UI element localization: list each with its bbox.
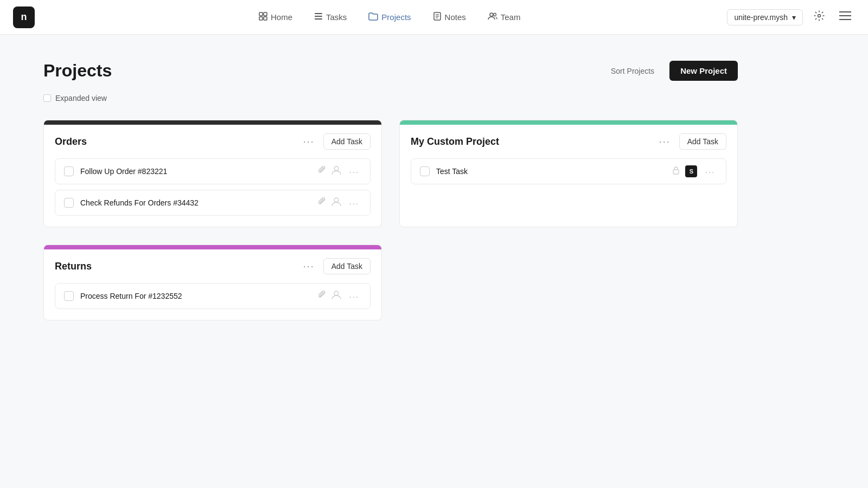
task-name-2: Check Refunds For Orders #34432 [80, 198, 312, 207]
task-list-orders: Follow Up Order #823221 [44, 156, 381, 227]
nav-item-tasks[interactable]: Tasks [305, 8, 355, 27]
task-menu-1[interactable]: ··· [347, 166, 361, 177]
task-actions-2: ··· [318, 197, 361, 209]
nav-item-home[interactable]: Home [250, 8, 301, 27]
nav-item-notes[interactable]: Notes [424, 8, 475, 27]
nav-item-tasks-label: Tasks [326, 12, 347, 22]
task-name-3: Test Task [436, 167, 666, 176]
svg-rect-6 [315, 18, 322, 20]
gear-icon [814, 10, 825, 24]
task-name-4: Process Return For #1232552 [80, 292, 312, 300]
table-row: Follow Up Order #823221 [55, 158, 371, 184]
expanded-view-label: Expanded view [55, 94, 107, 102]
task-menu-3[interactable]: ··· [703, 166, 717, 177]
page-header-actions: Sort Projects New Project [604, 61, 738, 81]
user-icon[interactable] [331, 197, 341, 209]
team-icon [488, 12, 497, 23]
lock-icon[interactable] [672, 166, 680, 177]
task-checkbox-2[interactable] [64, 198, 74, 208]
nav-item-projects[interactable]: Projects [360, 8, 419, 27]
home-icon [259, 12, 267, 23]
svg-rect-19 [673, 170, 679, 174]
svg-point-17 [334, 166, 339, 171]
project-name-custom: My Custom Project [411, 136, 499, 147]
project-color-bar-returns [44, 245, 381, 249]
project-actions-custom: ··· Add Task [657, 133, 726, 150]
project-actions-orders: ··· Add Task [301, 133, 371, 150]
expanded-view-checkbox[interactable] [43, 94, 51, 102]
project-actions-returns: ··· Add Task [301, 258, 371, 274]
table-row: Check Refunds For Orders #34432 [55, 190, 371, 216]
project-menu-orders[interactable]: ··· [301, 135, 317, 149]
add-task-custom-button[interactable]: Add Task [679, 133, 726, 150]
project-card-header-orders: Orders ··· Add Task [44, 125, 381, 156]
task-menu-4[interactable]: ··· [347, 291, 361, 302]
task-checkbox-1[interactable] [64, 166, 74, 176]
project-card-orders: Orders ··· Add Task Follow Up Order #823… [43, 120, 382, 227]
page-title: Projects [43, 61, 112, 81]
nav-item-home-label: Home [271, 12, 292, 22]
project-name-returns: Returns [55, 261, 92, 272]
project-card-custom: My Custom Project ··· Add Task Test Task [399, 120, 738, 227]
svg-point-12 [493, 13, 496, 16]
project-name-orders: Orders [55, 136, 87, 147]
attachment-icon[interactable] [318, 166, 326, 177]
project-color-bar-orders [44, 120, 381, 125]
settings-button[interactable] [809, 8, 829, 27]
svg-rect-2 [259, 17, 263, 20]
chevron-down-icon: ▾ [792, 13, 796, 22]
task-checkbox-4[interactable] [64, 291, 74, 301]
project-card-returns: Returns ··· Add Task Process Return For … [43, 245, 382, 320]
svg-rect-0 [259, 12, 263, 16]
table-row: Process Return For #1232552 [55, 283, 371, 309]
tasks-icon [314, 12, 323, 23]
task-actions-4: ··· [318, 290, 361, 302]
main-content: Projects Sort Projects New Project Expan… [0, 35, 781, 346]
attachment-icon[interactable] [318, 197, 326, 208]
project-color-bar-custom [400, 120, 737, 125]
nav-menu: Home Tasks Projects [52, 8, 727, 27]
projects-icon [368, 12, 378, 23]
notes-icon [433, 12, 442, 23]
new-project-button[interactable]: New Project [669, 61, 738, 81]
nav-item-team[interactable]: Team [479, 8, 529, 27]
add-task-returns-button[interactable]: Add Task [323, 258, 371, 274]
navbar: n Home Tasks [0, 0, 868, 35]
svg-rect-4 [315, 13, 322, 14]
attachment-icon[interactable] [318, 291, 326, 301]
task-list-custom: Test Task S ··· [400, 156, 737, 195]
expanded-view-option: Expanded view [43, 94, 738, 102]
task-actions-3: S ··· [672, 165, 717, 177]
nav-item-notes-label: Notes [445, 12, 466, 22]
svg-point-18 [334, 198, 339, 202]
task-list-returns: Process Return For #1232552 [44, 281, 381, 320]
nav-item-team-label: Team [501, 12, 521, 22]
project-menu-returns[interactable]: ··· [301, 260, 317, 273]
task-checkbox-3[interactable] [420, 166, 430, 176]
svg-rect-1 [264, 12, 267, 16]
sort-projects-button[interactable]: Sort Projects [604, 62, 661, 80]
svg-rect-3 [264, 17, 267, 20]
svg-point-20 [334, 291, 339, 296]
projects-grid: Orders ··· Add Task Follow Up Order #823… [43, 120, 738, 320]
project-menu-custom[interactable]: ··· [657, 135, 673, 149]
project-card-header-returns: Returns ··· Add Task [44, 249, 381, 281]
svg-point-11 [490, 13, 493, 16]
hamburger-menu-button[interactable] [835, 8, 855, 27]
store-selector[interactable]: unite-prev.mysh ▾ [727, 9, 803, 25]
project-card-header-custom: My Custom Project ··· Add Task [400, 125, 737, 156]
svg-rect-5 [315, 16, 322, 17]
add-task-orders-button[interactable]: Add Task [323, 133, 371, 150]
svg-point-13 [818, 15, 821, 17]
user-icon[interactable] [331, 290, 341, 302]
app-logo[interactable]: n [13, 7, 35, 28]
navbar-right: unite-prev.mysh ▾ [727, 8, 855, 27]
hamburger-icon [839, 11, 851, 23]
shopify-icon[interactable]: S [685, 165, 697, 177]
task-name-1: Follow Up Order #823221 [80, 167, 312, 176]
page-header: Projects Sort Projects New Project [43, 61, 738, 81]
user-icon[interactable] [331, 165, 341, 177]
task-actions-1: ··· [318, 165, 361, 177]
task-menu-2[interactable]: ··· [347, 197, 361, 209]
nav-item-projects-label: Projects [381, 12, 411, 22]
